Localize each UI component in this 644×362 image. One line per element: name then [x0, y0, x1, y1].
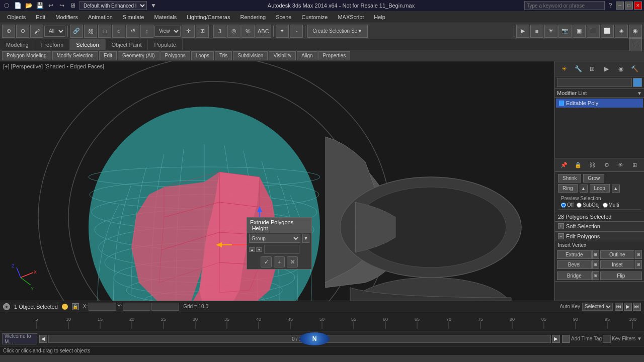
render2-btn[interactable]: ⬛ — [587, 25, 600, 38]
inset-settings-btn[interactable]: ⊞ — [635, 260, 642, 269]
timeline-left-btn[interactable]: ◀ — [39, 335, 47, 343]
extrude-confirm-btn[interactable]: ✓ — [261, 256, 272, 267]
render4-btn[interactable]: ◈ — [615, 25, 628, 38]
preview-subobj-radio[interactable] — [577, 203, 582, 208]
tab-modeling[interactable]: Modeling — [0, 39, 35, 50]
undo-icon[interactable]: ↩ — [46, 1, 55, 10]
shrink-button[interactable]: Shrink — [558, 174, 581, 183]
panel-toggle[interactable]: ≡ — [629, 38, 642, 51]
welcome-panel[interactable]: Welcome to M... — [2, 333, 37, 344]
extrude-plus-btn[interactable]: + — [274, 256, 285, 267]
extrude-dropdown-arrow[interactable]: ▼ — [302, 234, 309, 243]
sub-visibility[interactable]: Visibility — [269, 51, 296, 60]
sub-geometry[interactable]: Geometry (All) — [118, 51, 159, 60]
key-filters-btn[interactable] — [603, 335, 611, 343]
preview-multi-radio[interactable] — [603, 203, 608, 208]
light-btn[interactable]: ☀ — [544, 25, 557, 38]
bridge-settings-btn[interactable]: ⊞ — [592, 271, 599, 280]
menu-customize[interactable]: Customize — [296, 13, 333, 21]
extrude-spin-down[interactable]: ▼ — [256, 247, 262, 252]
ring-button[interactable]: Ring — [558, 184, 578, 193]
selected-dropdown[interactable]: Selected — [582, 303, 613, 311]
menu-modifiers[interactable]: Modifiers — [50, 13, 83, 21]
new-icon[interactable]: 📄 — [13, 1, 22, 10]
sub-polygons[interactable]: Polygons — [160, 51, 190, 60]
modifier-stack[interactable]: Editable Poly — [555, 98, 644, 158]
motion-icon[interactable]: ▶ — [601, 63, 612, 74]
minimize-button[interactable]: ─ — [616, 2, 624, 10]
sub-loops[interactable]: Loops — [191, 51, 214, 60]
filter-dropdown[interactable]: All — [44, 26, 65, 37]
maximize-button[interactable]: □ — [625, 2, 633, 10]
outline-button[interactable]: Outline — [600, 250, 635, 259]
tab-selection[interactable]: Selection — [70, 39, 105, 50]
chain-icon[interactable]: ⛓ — [587, 159, 598, 170]
pin-icon[interactable]: 📌 — [558, 159, 570, 170]
extrude-value-input[interactable]: -0.069 — [264, 245, 299, 254]
render-btn[interactable]: ▣ — [573, 25, 586, 38]
lock-icon[interactable]: 🔒 — [573, 159, 584, 170]
paint-tool[interactable]: 🖌 — [30, 25, 43, 38]
bridge-button[interactable]: Bridge — [557, 272, 592, 280]
lasso-tool[interactable]: ⊙ — [16, 25, 29, 38]
play-btn[interactable]: ▶ — [624, 303, 632, 311]
viewport-icon[interactable]: 🖥 — [68, 1, 77, 10]
config-icon[interactable]: ⚙ — [601, 159, 612, 170]
open-icon[interactable]: 📂 — [24, 1, 33, 10]
grid-icon[interactable]: ⊞ — [629, 159, 640, 170]
percent-btn[interactable]: % — [242, 25, 255, 38]
select-rect[interactable]: □ — [98, 25, 111, 38]
preview-subobj-option[interactable]: SubObj — [577, 202, 599, 208]
display-icon[interactable]: ◉ — [615, 63, 626, 74]
extrude-type-dropdown[interactable]: Group — [249, 234, 300, 243]
save-icon[interactable]: 💾 — [35, 1, 44, 10]
y-coord-input[interactable]: -65. — [123, 303, 150, 311]
sub-edit[interactable]: Edit — [99, 51, 117, 60]
sub-properties[interactable]: Properties — [318, 51, 351, 60]
select-scale[interactable]: ↕ — [140, 25, 153, 38]
add-time-tag-btn[interactable] — [562, 335, 570, 343]
loop-spin-up[interactable]: ▲ — [612, 185, 620, 193]
menu-edit[interactable]: Edit — [31, 13, 50, 21]
prev-frame-btn[interactable]: ⏮ — [615, 303, 623, 311]
preview-multi-option[interactable]: Multi — [603, 202, 619, 208]
lock-status-icon[interactable]: 🔒 — [72, 303, 79, 310]
playback-btn[interactable]: ▶ — [516, 25, 529, 38]
viewport-3d[interactable]: [+] [Perspective] [Shaded • Edged Faces] — [0, 61, 554, 301]
menu-rendering[interactable]: Rendering — [235, 13, 271, 21]
unlink-tool[interactable]: ⛓ — [84, 25, 97, 38]
menu-lighting[interactable]: Lighting/Cameras — [182, 13, 235, 21]
pivot-btn[interactable]: ◎ — [227, 25, 240, 38]
select-tool[interactable]: ⊕ — [2, 25, 15, 38]
workspace-arrow[interactable]: ▼ — [149, 1, 158, 10]
redo-icon[interactable]: ↪ — [57, 1, 66, 10]
timeline-track[interactable]: 5 10 15 20 25 30 35 40 45 50 5 — [0, 312, 644, 331]
app-icon[interactable]: ⬡ — [2, 1, 11, 10]
edit-polygons-toggle[interactable]: − — [558, 233, 564, 239]
render5-btn[interactable]: ◉ — [629, 25, 642, 38]
help-icon[interactable]: ? — [606, 1, 615, 10]
camera-btn[interactable]: 📷 — [558, 25, 572, 38]
bevel-settings-btn[interactable]: ⊞ — [592, 260, 599, 269]
sub-align[interactable]: Align — [297, 51, 317, 60]
search-input[interactable] — [524, 1, 605, 10]
view-icon2[interactable]: 👁 — [615, 159, 626, 170]
utilities-icon[interactable]: 🔨 — [629, 63, 640, 74]
menu-scene[interactable]: Scene — [271, 13, 296, 21]
sub-tris[interactable]: Tris — [215, 51, 232, 60]
curve-btn[interactable]: ~ — [290, 25, 303, 38]
menu-animation[interactable]: Animation — [83, 13, 118, 21]
outline-settings-btn[interactable]: ⊞ — [635, 250, 642, 259]
select-circle[interactable]: ○ — [112, 25, 125, 38]
inset-button[interactable]: Inset — [600, 260, 635, 269]
select-rotate[interactable]: ↺ — [126, 25, 139, 38]
sub-subdivision[interactable]: Subdivision — [233, 51, 268, 60]
grow-button[interactable]: Grow — [583, 174, 604, 183]
soft-selection-toggle[interactable]: + — [558, 223, 564, 229]
workspace-dropdown[interactable]: Default with Enhanced I — [79, 1, 147, 10]
create-selection-dropdown[interactable]: Create Selection Se▼ — [307, 25, 368, 38]
layer-btn[interactable]: ≡ — [530, 25, 543, 38]
coord-btn[interactable]: 3 — [213, 25, 226, 38]
flip-button[interactable]: Flip — [600, 272, 642, 280]
snap-box[interactable]: ⊞ — [196, 25, 209, 38]
